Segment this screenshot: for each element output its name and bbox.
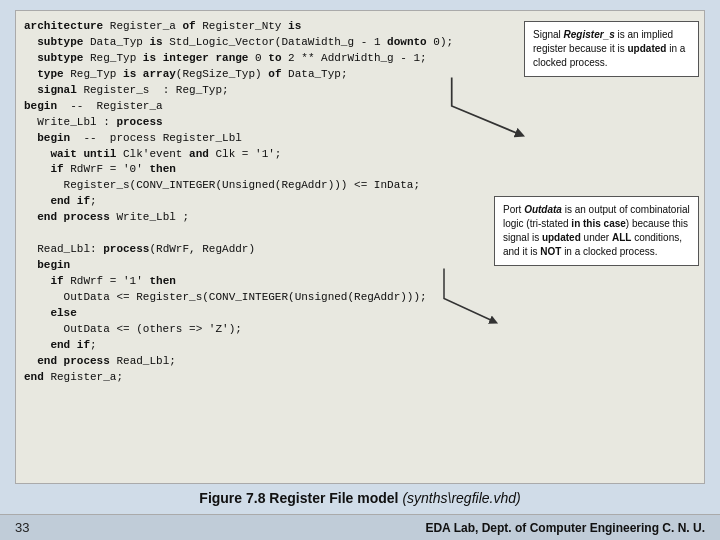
callout2-all: ALL: [612, 232, 631, 243]
callout2-updated: updated: [542, 232, 581, 243]
callout-box-signal: Signal Register_s is an implied register…: [524, 21, 699, 77]
lab-label: EDA Lab, Dept. of Computer Engineering C…: [425, 521, 705, 535]
slide-container: architecture Register_a of Register_Nty …: [0, 0, 720, 540]
callout-box-port: Port Outdata is an output of combinatori…: [494, 196, 699, 266]
code-figure-area: architecture Register_a of Register_Nty …: [15, 10, 705, 484]
callout1-updated: updated: [628, 43, 667, 54]
callout2-port-name: Outdata: [524, 204, 562, 215]
figure-caption-text: Figure 7.8 Register File model (synths\r…: [199, 490, 520, 506]
arrow-1: [446, 71, 526, 141]
main-content: architecture Register_a of Register_Nty …: [0, 0, 720, 514]
bottom-bar: 33 EDA Lab, Dept. of Computer Engineerin…: [0, 514, 720, 540]
slide-number: 33: [15, 520, 29, 535]
callout1-signal-name: Register_s: [564, 29, 615, 40]
figure-caption: Figure 7.8 Register File model (synths\r…: [15, 484, 705, 509]
arrow-2: [439, 261, 499, 326]
callout2-not: NOT: [540, 246, 561, 257]
callout2-in-this-case: in this case: [571, 218, 625, 229]
